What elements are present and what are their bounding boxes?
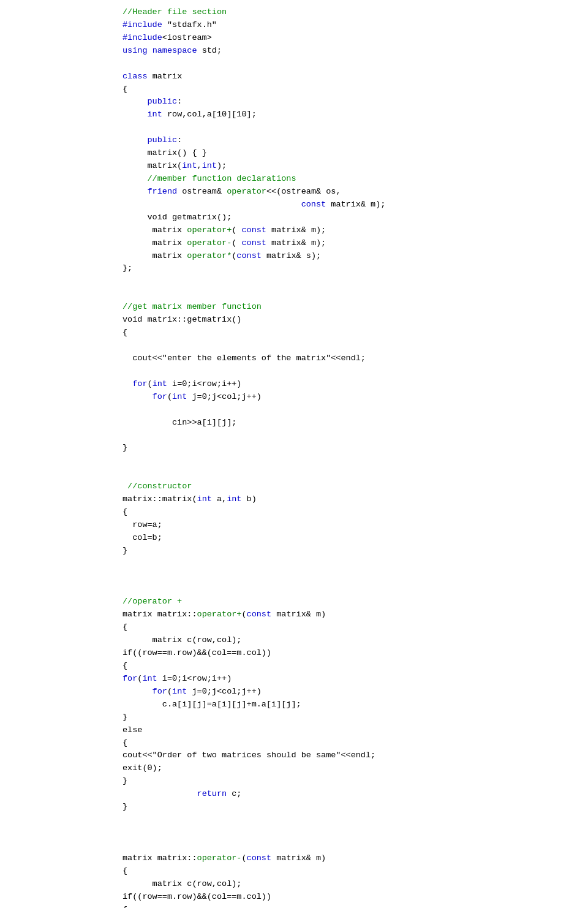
code-block: //Header file section #include "stdafx.h… — [0, 6, 588, 908]
code-container: //Header file section #include "stdafx.h… — [0, 0, 588, 908]
line-1: //Header file section #include "stdafx.h… — [123, 7, 410, 908]
